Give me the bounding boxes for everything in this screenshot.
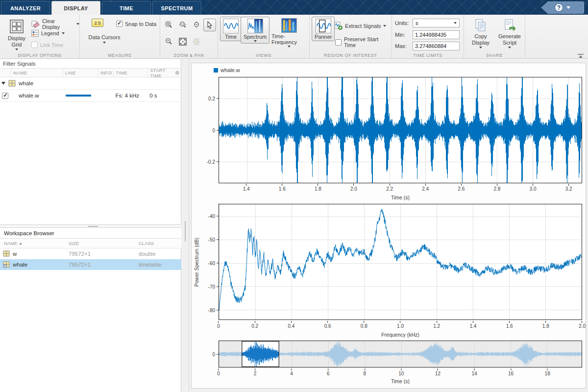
signal-panel: Filter Signals NAME LINE INFO TIME START… <box>0 59 181 392</box>
spectrum-canvas[interactable] <box>219 204 582 319</box>
checkbox-icon <box>31 42 38 48</box>
time-plot-xticks: 1.41.61.82.02.22.42.62.83.03.2 <box>219 184 582 193</box>
signal-name: whale.w <box>11 93 63 98</box>
column-line[interactable]: LINE <box>63 69 98 77</box>
tab-analyzer[interactable]: ANALYZER <box>1 1 50 15</box>
sort-ascending-icon <box>19 243 22 245</box>
column-start-time[interactable]: START TIME <box>147 69 181 77</box>
ribbon-collapse-button[interactable] <box>577 52 584 57</box>
tab-spectrum[interactable]: SPECTRUM <box>152 1 201 15</box>
checkbox-checked-icon: ✓ <box>116 21 122 27</box>
clear-display-button[interactable]: Clear Display <box>31 18 79 30</box>
section-display-options: Display Grid Clear Display <box>0 15 80 59</box>
panner-canvas[interactable] <box>219 341 582 367</box>
column-info[interactable]: INFO <box>98 69 113 77</box>
time-waveform-canvas[interactable] <box>219 77 582 183</box>
min-input[interactable] <box>413 30 460 39</box>
signal-start-time: 0 s <box>147 93 181 98</box>
section-measure: 2.5 ✓ Snap to Data Data Cursors MEASURE <box>80 15 160 59</box>
ribbon-filler <box>525 15 588 59</box>
workspace-row-w[interactable]: w 79572×1 double <box>0 248 181 259</box>
panner-xticks: 024681012141618 <box>219 368 582 377</box>
spectrum-xlabel: Frequency (kHz) <box>219 332 582 338</box>
clear-display-icon <box>31 21 40 28</box>
help-button[interactable]: ? <box>541 1 584 14</box>
time-plot-axes[interactable] <box>219 77 582 183</box>
panel-splitter[interactable] <box>0 224 181 228</box>
section-roi: Panner Extract Signals Preserve Start Ti… <box>310 15 392 59</box>
generate-script-button[interactable]: Generate Script <box>496 17 523 49</box>
ws-column-size[interactable]: SIZE <box>69 241 139 246</box>
ws-column-class[interactable]: CLASS <box>139 241 181 246</box>
chevron-down-icon <box>15 49 18 50</box>
pointer-arrow-icon <box>206 21 213 29</box>
panner-axes[interactable] <box>219 341 582 368</box>
units-select[interactable]: s <box>413 19 460 27</box>
legend-label: whale.w <box>220 67 240 73</box>
zoom-out-button[interactable] <box>163 35 175 48</box>
expand-collapse-icon[interactable] <box>1 82 5 85</box>
link-time-checkbox[interactable]: Link Time <box>31 42 63 48</box>
spectrum-view-button[interactable]: Spectrum <box>241 17 270 44</box>
spectrum-plot-yticks: -40-50-60-70-80 <box>200 204 219 320</box>
gear-icon[interactable] <box>175 70 180 75</box>
ws-column-name[interactable]: NAME <box>0 241 69 246</box>
zoom-in-x-button[interactable] <box>176 19 189 31</box>
data-cursors-button[interactable]: Data Cursors <box>84 32 125 44</box>
time-plot-yticks: 0.20-0.2 <box>194 77 219 183</box>
preserve-start-time-checkbox[interactable]: Preserve Start Time <box>335 36 392 48</box>
workspace-row-whale[interactable]: whale 79572×1 timetable <box>0 259 181 270</box>
timetable-icon <box>3 261 10 268</box>
legend-icon <box>31 30 39 37</box>
legend-button[interactable]: Legend <box>31 30 65 37</box>
time-frequency-view-button[interactable]: Time-Frequency <box>269 17 309 49</box>
extract-signals-icon <box>334 22 343 30</box>
workspace-browser-title: Workspace Browser <box>0 228 181 239</box>
copy-display-icon <box>474 19 487 32</box>
column-name[interactable]: NAME <box>11 69 63 77</box>
chevron-down-icon <box>288 46 291 48</box>
spectrum-plot-axes[interactable] <box>219 204 582 320</box>
checkbox-checked-icon[interactable]: ✓ <box>2 93 8 99</box>
pointer-button[interactable] <box>203 19 216 31</box>
fit-to-view-button[interactable] <box>176 35 189 48</box>
vertical-splitter[interactable] <box>181 59 189 392</box>
panner-xlabel: Time (s) <box>219 378 582 384</box>
panner-button[interactable]: Panner <box>312 17 335 41</box>
plot-area: whale.w 0.20-0.2 1.41.61.82.02.22.42.62.… <box>189 59 588 392</box>
snap-to-data-checkbox[interactable]: ✓ Snap to Data <box>116 21 156 27</box>
display-grid-icon <box>9 19 24 34</box>
spectrum-ylabel: Power Spectrum (dB) <box>194 204 199 320</box>
extract-signals-button[interactable]: Extract Signals <box>334 22 386 30</box>
ribbon: Display Grid Clear Display <box>0 15 588 59</box>
zoom-in-y-icon <box>192 21 201 29</box>
time-plot-xlabel: Time (s) <box>219 195 582 200</box>
tab-time[interactable]: TIME <box>102 1 151 15</box>
signal-row-whale-w[interactable]: ✓ whale.w Fs: 4 kHz 0 s <box>0 90 181 102</box>
zoom-out-icon <box>165 37 173 46</box>
signal-time: Fs: 4 kHz <box>113 93 147 98</box>
pan-button[interactable] <box>190 35 203 48</box>
display-tile: whale.w 0.20-0.2 1.41.61.82.02.22.42.62.… <box>191 63 586 389</box>
checkbox-icon <box>335 39 342 46</box>
chevron-down-icon <box>508 47 511 49</box>
copy-display-button[interactable]: Copy Display <box>466 17 495 49</box>
column-time[interactable]: TIME <box>113 69 147 77</box>
chevron-down-icon <box>62 32 65 34</box>
chevron-down-icon <box>479 47 482 49</box>
tab-display[interactable]: DISPLAY <box>51 1 100 15</box>
zoom-in-y-button[interactable] <box>190 19 203 31</box>
fit-to-view-icon <box>178 37 187 46</box>
display-grid-button[interactable]: Display Grid <box>4 17 29 50</box>
panner-yticks: 0 <box>194 341 219 368</box>
max-input[interactable] <box>413 42 460 50</box>
zoom-in-x-icon <box>178 21 187 29</box>
signal-analyzer-app: ANALYZER DISPLAY TIME SPECTRUM ? <box>0 0 588 392</box>
line-style-swatch[interactable] <box>66 95 91 97</box>
workspace-header: NAME SIZE CLASS <box>0 239 181 248</box>
time-view-button[interactable]: Time <box>220 17 242 41</box>
zoom-in-button[interactable] <box>163 19 175 31</box>
signal-group-row[interactable]: whale <box>0 77 181 90</box>
legend[interactable]: whale.w <box>214 67 240 73</box>
chevron-down-icon <box>383 25 386 27</box>
